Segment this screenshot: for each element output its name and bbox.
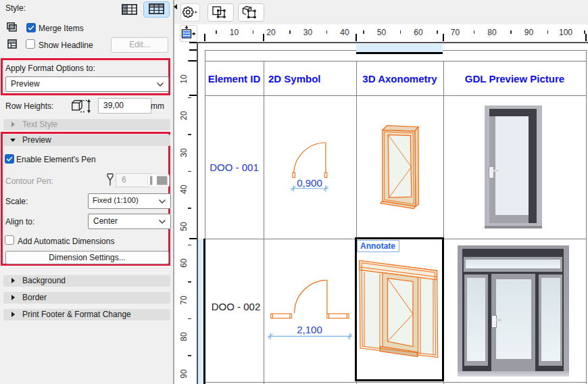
svg-text:0,900: 0,900 xyxy=(297,177,322,189)
svg-text:2,100: 2,100 xyxy=(297,324,322,335)
